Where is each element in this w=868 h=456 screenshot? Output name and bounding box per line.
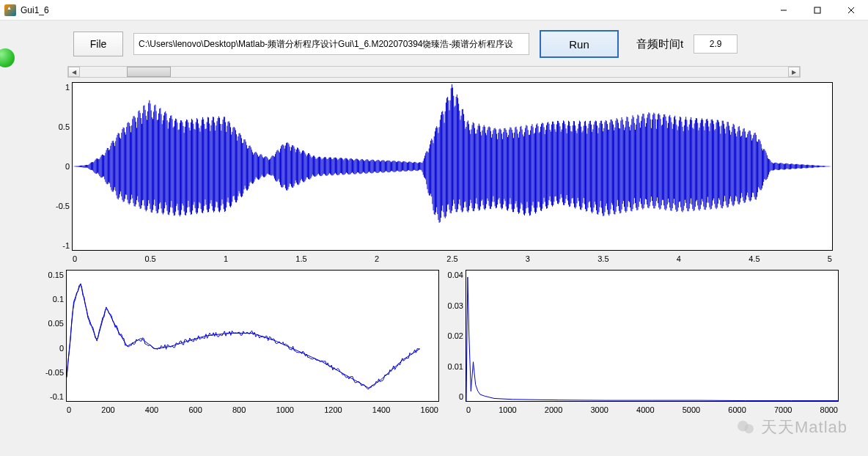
control-row: File Run 音频时间t 2.9	[0, 26, 868, 62]
wechat-icon	[736, 419, 755, 435]
y-ticks-top: 1 0.5 0 -0.5 -1	[42, 83, 70, 250]
scroll-left-arrow-icon[interactable]: ◀	[68, 67, 80, 77]
br-plot	[466, 271, 838, 401]
watermark: 天天Matlab	[736, 416, 847, 438]
app-icon	[4, 4, 16, 16]
window-title: Gui1_6	[21, 5, 49, 15]
file-path-input[interactable]	[133, 33, 529, 55]
window-controls	[767, 0, 868, 21]
bottom-right-axes[interactable]: 0.04 0.03 0.02 0.01 0 010002000300040005…	[466, 270, 839, 402]
file-button[interactable]: File	[73, 32, 123, 56]
x-ticks-bl: 02004006008001000120014001600	[67, 405, 438, 414]
waveform-plot	[73, 83, 832, 250]
y-ticks-bl: 0.15 0.1 0.05 0 -0.05 -0.1	[36, 271, 64, 401]
title-bar: Gui1_6	[0, 0, 868, 21]
duration-value: 2.9	[694, 34, 738, 54]
svg-rect-1	[814, 7, 820, 13]
scroll-thumb[interactable]	[127, 67, 171, 77]
run-button[interactable]: Run	[540, 30, 619, 58]
decorative-green-icon	[0, 48, 15, 67]
minimize-button[interactable]	[767, 0, 801, 21]
svg-point-5	[744, 424, 754, 433]
bl-plot	[67, 271, 438, 401]
maximize-button[interactable]	[801, 0, 834, 21]
close-button[interactable]	[834, 0, 868, 21]
plots-area: 1 0.5 0 -0.5 -1 00.511.522.533.544.55 0.…	[0, 81, 868, 402]
x-ticks-top: 00.511.522.533.544.55	[73, 254, 832, 263]
figure-panel: File Run 音频时间t 2.9 ◀ ▶ 1 0.5 0 -0.5 -1 0…	[0, 21, 868, 456]
waveform-axes[interactable]: 1 0.5 0 -0.5 -1 00.511.522.533.544.55	[72, 82, 833, 251]
scroll-right-arrow-icon[interactable]: ▶	[788, 67, 800, 77]
x-ticks-br: 010002000300040005000600070008000	[466, 405, 838, 414]
duration-label: 音频时间t	[636, 37, 683, 51]
horizontal-scrollbar[interactable]: ◀ ▶	[67, 66, 801, 78]
y-ticks-br: 0.04 0.03 0.02 0.01 0	[435, 271, 463, 401]
bottom-left-axes[interactable]: 0.15 0.1 0.05 0 -0.05 -0.1 0200400600800…	[66, 270, 439, 402]
